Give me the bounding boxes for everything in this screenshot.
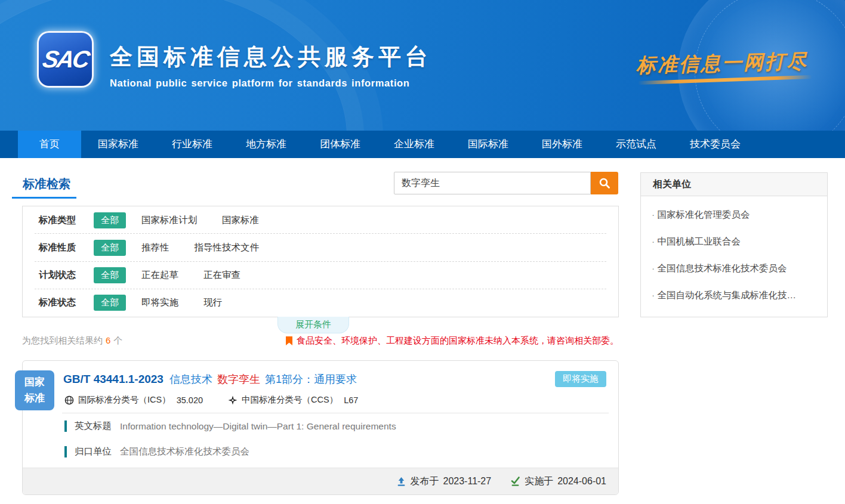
filter-option[interactable]: 正在审查	[203, 269, 240, 282]
committee-label: 归口单位	[75, 446, 112, 458]
section-title-underline	[12, 197, 76, 199]
filter-option[interactable]: 国家标准计划	[141, 214, 197, 227]
filter-label: 标准状态	[39, 296, 94, 309]
filter-option[interactable]: 国家标准	[222, 214, 259, 227]
filter-row-standard-status: 标准状态 全部 即将实施 现行	[23, 289, 618, 317]
implement-check-icon	[510, 477, 520, 487]
filter-option[interactable]: 推荐性	[141, 242, 169, 254]
results-count: 为您找到相关结果约6个	[22, 335, 122, 347]
standard-title-link[interactable]: GB/T 43441.1-2023信息技术数字孪生第1部分：通用要求	[63, 372, 357, 386]
notice-text: 食品安全、环境保护、工程建设方面的国家标准未纳入本系统，请咨询相关部委。	[297, 335, 619, 347]
nav-item-home[interactable]: 首页	[18, 131, 81, 158]
expand-conditions-button[interactable]: 展开条件	[277, 317, 349, 333]
committee-row: 归口单位 全国信息技术标准化技术委员会	[64, 446, 249, 458]
ccs-value: L67	[344, 395, 358, 405]
site-title-en: National public service platform for sta…	[110, 78, 432, 89]
related-units-panel: 相关单位 国家标准化管理委员会 中国机械工业联合会 全国信息技术标准化技术委员会…	[640, 172, 828, 317]
standard-title-part2: 第1部分：通用要求	[265, 373, 357, 385]
classification-meta-row: 国际标准分类号（ICS） 35.020 中国标准分类号（CCS） L67	[64, 394, 358, 406]
search-input[interactable]	[394, 172, 591, 194]
english-title-value: Information technology—Digital twin—Part…	[120, 421, 396, 432]
ics-label: 国际标准分类号（ICS）	[78, 394, 171, 406]
related-units-list: 国家标准化管理委员会 中国机械工业联合会 全国信息技术标准化技术委员会 全国自动…	[641, 196, 827, 317]
implemented-date-group: 实施于 2024-06-01	[510, 475, 606, 488]
nav-item-foreign-standards[interactable]: 国外标准	[525, 131, 599, 158]
filter-all-button[interactable]: 全部	[94, 212, 126, 228]
row-accent-bar	[64, 446, 67, 457]
published-date-group: 发布于 2023-11-27	[396, 475, 492, 488]
nav-item-industry-standards[interactable]: 行业标准	[155, 131, 229, 158]
filter-label: 计划状态	[39, 269, 94, 282]
page: 标准信息一网打尽 SAC 全国标准信息公共服务平台 National publi…	[0, 0, 845, 504]
published-label: 发布于	[411, 475, 439, 488]
related-units-title: 相关单位	[641, 173, 827, 196]
ccs-label: 中国标准分类号（CCS）	[242, 394, 338, 406]
results-count-prefix: 为您找到相关结果约	[22, 335, 103, 345]
filter-all-button[interactable]: 全部	[94, 295, 126, 311]
nav-item-technical-committees[interactable]: 技术委员会	[673, 131, 757, 158]
filter-row-standard-nature: 标准性质 全部 推荐性 指导性技术文件	[23, 234, 618, 261]
sac-logo-text: SAC	[41, 46, 90, 73]
filter-all-button[interactable]: 全部	[94, 240, 126, 256]
nav-item-local-standards[interactable]: 地方标准	[229, 131, 303, 158]
filter-option[interactable]: 指导性技术文件	[195, 242, 260, 254]
filter-option[interactable]: 正在起草	[141, 269, 178, 282]
search-button[interactable]	[591, 172, 618, 194]
site-header: 标准信息一网打尽 SAC 全国标准信息公共服务平台 National publi…	[0, 0, 845, 131]
english-title-label: 英文标题	[75, 420, 112, 432]
nav-item-group-standards[interactable]: 团体标准	[303, 131, 377, 158]
search-icon	[599, 177, 610, 189]
filter-panel: 标准类型 全部 国家标准计划 国家标准 标准性质 全部 推荐性 指导性技术文件 …	[22, 206, 619, 317]
publish-upload-icon	[396, 477, 406, 487]
site-titles: 全国标准信息公共服务平台 National public service pla…	[110, 42, 432, 89]
bookmark-icon	[286, 336, 292, 345]
site-title-cn: 全国标准信息公共服务平台	[110, 42, 432, 72]
nav-item-international-standards[interactable]: 国际标准	[451, 131, 525, 158]
filter-option[interactable]: 现行	[203, 296, 222, 309]
implemented-date: 2024-06-01	[557, 476, 606, 487]
published-date: 2023-11-27	[443, 476, 492, 487]
badge-line2: 标准	[24, 391, 45, 406]
results-count-suffix: 个	[113, 335, 122, 345]
section-title-standard-search: 标准检索	[23, 176, 70, 192]
national-standard-badge: 国家 标准	[15, 370, 54, 410]
system-notice: 食品安全、环境保护、工程建设方面的国家标准未纳入本系统，请咨询相关部委。	[286, 335, 619, 347]
english-title-row: 英文标题 Information technology—Digital twin…	[64, 420, 396, 432]
nav-item-enterprise-standards[interactable]: 企业标准	[377, 131, 451, 158]
filter-all-button[interactable]: 全部	[94, 267, 126, 283]
results-count-number: 6	[106, 335, 110, 345]
filter-row-plan-status: 计划状态 全部 正在起草 正在审查	[23, 262, 618, 289]
standard-title-part1: 信息技术	[169, 373, 212, 385]
filter-row-standard-type: 标准类型 全部 国家标准计划 国家标准	[23, 206, 618, 234]
ics-value: 35.020	[177, 395, 203, 405]
main-nav: 首页 国家标准 行业标准 地方标准 团体标准 企业标准 国际标准 国外标准 示范…	[0, 131, 845, 158]
badge-line1: 国家	[24, 375, 45, 390]
filter-label: 标准性质	[39, 242, 94, 254]
header-slogan: 标准信息一网打尽	[636, 48, 808, 79]
results-info-row: 为您找到相关结果约6个 食品安全、环境保护、工程建设方面的国家标准未纳入本系统，…	[22, 335, 619, 347]
card-separator	[62, 413, 609, 413]
result-card: 国家 标准 GB/T 43441.1-2023信息技术数字孪生第1部分：通用要求…	[22, 360, 619, 495]
implemented-label: 实施于	[525, 475, 553, 488]
compass-icon	[228, 395, 238, 405]
filter-option[interactable]: 即将实施	[141, 296, 178, 309]
standard-title-highlight: 数字孪生	[217, 373, 260, 385]
globe-icon	[64, 395, 74, 405]
nav-item-national-standards[interactable]: 国家标准	[81, 131, 155, 158]
committee-value: 全国信息技术标准化技术委员会	[120, 446, 249, 458]
standard-code: GB/T 43441.1-2023	[63, 373, 164, 385]
card-footer: 发布于 2023-11-27 实施于 2024-06-01	[23, 468, 618, 494]
related-unit-link[interactable]: 国家标准化管理委员会	[652, 201, 816, 228]
related-unit-link[interactable]: 全国信息技术标准化技术委员会	[652, 255, 816, 282]
related-unit-link[interactable]: 全国自动化系统与集成标准化技…	[652, 282, 816, 308]
status-badge: 即将实施	[555, 371, 606, 387]
related-unit-link[interactable]: 中国机械工业联合会	[652, 228, 816, 255]
filter-label: 标准类型	[39, 214, 94, 227]
sac-logo[interactable]: SAC	[37, 31, 94, 88]
row-accent-bar	[64, 420, 67, 432]
nav-item-pilot[interactable]: 示范试点	[599, 131, 673, 158]
